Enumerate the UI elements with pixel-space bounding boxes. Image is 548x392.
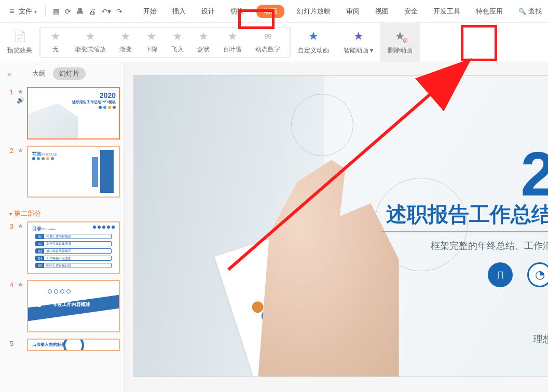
star-icon [172, 31, 183, 42]
thumbnail-row[interactable]: 4 ★ 01 年度工作内容概述 [4, 280, 120, 332]
thumbnail-row[interactable]: 3 ★ 目录/Contents 年度工作内容概述 工作完成具体情况 成功项目经验… [4, 221, 120, 274]
slide-canvas[interactable]: 2 述职报告工作总结 框架完整的年终总结、工作汇 ⎍ ◔ 理想 [125, 62, 548, 392]
workspace: 大纲 幻灯片 1 ★🔊 2020 述职报告工作总结PPT模板 2 ★ 前言/PR… [0, 62, 548, 392]
section-header[interactable]: 第二部分 [4, 204, 120, 221]
menu-bar: 文件 ▤ ⟳ 🖶 🖨 ↶▾ ↷ 开始 插入 设计 切换 动画 幻灯片放映 审阅 … [0, 0, 548, 23]
slide-thumbnail-1[interactable]: 2020 述职报告工作总结PPT模板 [27, 87, 120, 139]
sync-icon[interactable]: ⟳ [65, 7, 71, 16]
star-icon [352, 30, 365, 43]
delete-anim-label: 删除动画 [388, 46, 413, 55]
anim-descend[interactable]: 下降 [145, 31, 158, 54]
anim-fadezoom[interactable]: 渐变式缩放 [75, 31, 106, 54]
thumbnail-row[interactable]: 5 点击输入您的标题 [4, 339, 120, 351]
animation-indicator-icon: ★ [18, 222, 23, 230]
thumbnail-row[interactable]: 2 ★ 前言/PREFACE [4, 146, 120, 198]
slide-thumbnail-4[interactable]: 01 年度工作内容概述 [27, 280, 120, 332]
separator [45, 6, 46, 17]
save-icon[interactable]: ▤ [53, 7, 60, 16]
search-button[interactable]: 查找 [518, 7, 542, 16]
slide-number: 3 [4, 221, 13, 230]
current-slide[interactable]: 2 述职报告工作总结 框架完整的年终总结、工作汇 ⎍ ◔ 理想 [134, 76, 548, 376]
print-icon[interactable]: 🖶 [76, 7, 84, 16]
chevron-down-icon [34, 7, 37, 15]
audio-indicator-icon: 🔊 [17, 96, 24, 104]
ribbon: 预览效果 无 渐变式缩放 渐变 下降 飞入 盒状 百叶窗 动态数字 自定义动画 … [0, 23, 548, 62]
preview-effect-button[interactable]: 预览效果 [0, 23, 39, 62]
slide-year: 2 [520, 138, 548, 209]
animation-indicator-icon: ★ [18, 88, 23, 95]
undo-icon[interactable]: ↶▾ [101, 7, 111, 16]
print-preview-icon[interactable]: 🖨 [89, 7, 96, 16]
quick-access-toolbar: ▤ ⟳ 🖶 🖨 ↶▾ ↷ [51, 7, 125, 16]
slide-number: 2 [4, 146, 13, 155]
slide-panel: 大纲 幻灯片 1 ★🔊 2020 述职报告工作总结PPT模板 2 ★ 前言/PR… [0, 62, 125, 392]
slide-indicators: ★ [17, 280, 24, 288]
file-menu-label: 文件 [19, 7, 32, 16]
slide-number: 5 [4, 339, 13, 347]
outline-tab[interactable]: 大纲 [32, 69, 46, 78]
slide-indicators: ★🔊 [17, 87, 24, 104]
slide-number: 4 [4, 280, 13, 289]
tab-start[interactable]: 开始 [140, 5, 160, 18]
slide-title: 述职报告工作总结 [386, 200, 548, 229]
slide-motto: 理想 [533, 333, 548, 345]
animation-indicator-icon: ★ [18, 147, 23, 154]
side-panel-tabs: 大纲 幻灯片 [0, 62, 124, 84]
preview-label: 预览效果 [7, 46, 32, 55]
tab-animation[interactable]: 动画 [256, 5, 284, 18]
slide-thumbnail-2[interactable]: 前言/PREFACE [27, 146, 120, 198]
ribbon-tabs: 开始 插入 设计 切换 动画 幻灯片放映 审阅 视图 安全 开发工具 特色应用 [140, 5, 506, 18]
custom-animation-button[interactable]: 自定义动画 [291, 23, 336, 62]
pie-icon: ◔ [527, 262, 548, 287]
search-label: 查找 [528, 7, 542, 16]
anim-none[interactable]: 无 [50, 31, 61, 54]
chart-icon: ⎍ [488, 262, 513, 287]
star-icon [146, 31, 157, 42]
number-icon [262, 31, 273, 42]
hamburger-icon [9, 7, 17, 16]
animation-gallery[interactable]: 无 渐变式缩放 渐变 下降 飞入 盒状 百叶窗 动态数字 [40, 27, 290, 58]
tab-security[interactable]: 安全 [401, 5, 421, 18]
star-icon [85, 31, 96, 42]
anim-fade[interactable]: 渐变 [119, 31, 132, 54]
tab-view[interactable]: 视图 [372, 5, 392, 18]
star-delete-icon [393, 30, 407, 43]
star-icon [198, 31, 209, 42]
redo-icon[interactable]: ↷ [116, 7, 122, 16]
anim-blinds[interactable]: 百叶窗 [223, 31, 242, 54]
star-icon [227, 31, 238, 42]
thumbnail-row[interactable]: 1 ★🔊 2020 述职报告工作总结PPT模板 [4, 87, 120, 139]
smart-anim-label: 智能动画 ▾ [344, 46, 373, 55]
tab-design[interactable]: 设计 [198, 5, 218, 18]
star-icon [307, 30, 320, 43]
tab-review[interactable]: 审阅 [343, 5, 363, 18]
delete-animation-button[interactable]: 删除动画 [380, 23, 420, 62]
slide-thumbnail-3[interactable]: 目录/Contents 年度工作内容概述 工作完成具体情况 成功项目经验展示 工… [27, 221, 120, 274]
star-icon [50, 31, 61, 42]
search-icon [518, 7, 526, 15]
slide-decor [291, 94, 353, 156]
slide-thumbnail-5[interactable]: 点击输入您的标题 [27, 339, 120, 351]
anim-flyin[interactable]: 飞入 [171, 31, 184, 54]
anim-dynamicnum[interactable]: 动态数字 [255, 31, 280, 54]
slide-indicators [17, 339, 24, 340]
slide-number: 1 [4, 87, 13, 96]
anim-box[interactable]: 盒状 [197, 31, 210, 54]
thumbnail-list[interactable]: 1 ★🔊 2020 述职报告工作总结PPT模板 2 ★ 前言/PREFACE [0, 84, 124, 392]
slides-tab[interactable]: 幻灯片 [53, 67, 86, 80]
slide-indicators: ★ [17, 146, 24, 154]
tab-special[interactable]: 特色应用 [473, 5, 506, 18]
star-icon [120, 31, 131, 42]
tab-insert[interactable]: 插入 [169, 5, 189, 18]
preview-icon [13, 30, 26, 43]
tab-devtools[interactable]: 开发工具 [430, 5, 463, 18]
slide-indicators: ★ [17, 221, 24, 230]
animation-indicator-icon: ★ [18, 281, 23, 288]
tab-transition[interactable]: 切换 [227, 5, 247, 18]
slide-subtitle: 框架完整的年终总结、工作汇 [431, 240, 548, 252]
collapse-panel-icon[interactable] [7, 70, 11, 78]
smart-animation-button[interactable]: 智能动画 ▾ [336, 23, 380, 62]
tab-slideshow[interactable]: 幻灯片放映 [294, 5, 334, 18]
slide-decor [381, 231, 548, 232]
file-menu[interactable]: 文件 [6, 7, 40, 16]
